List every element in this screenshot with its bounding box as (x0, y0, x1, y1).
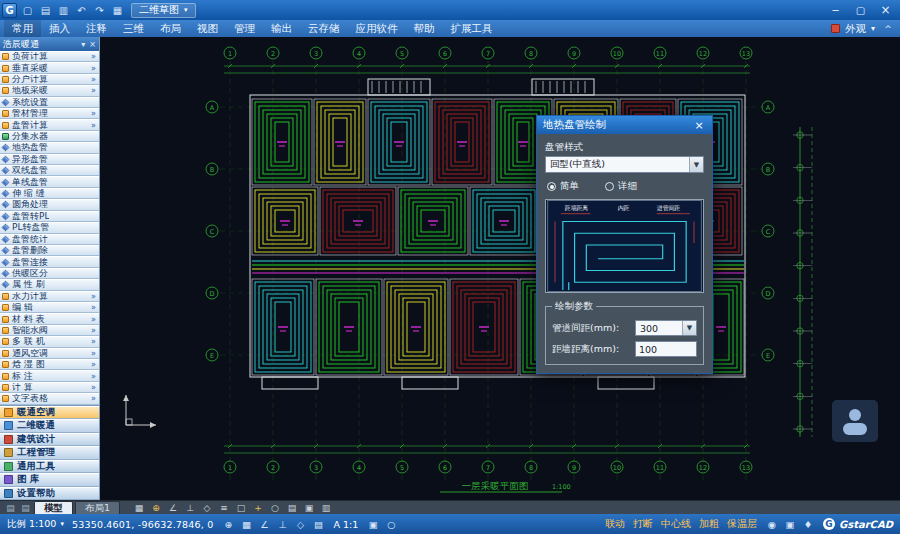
dialog-close-icon[interactable]: × (692, 119, 706, 132)
toggle-icon-4[interactable]: ◇ (200, 503, 214, 513)
sidebar-tab-暖通空调[interactable]: 暖通空调 (0, 406, 99, 420)
sidebar-item-文字表格[interactable]: 文字表格» (0, 393, 99, 404)
sidebar-item-多联机[interactable]: 多 联 机» (0, 336, 99, 347)
scale-indicator[interactable]: 比例 1:100 (7, 518, 56, 531)
status-right-icon-0[interactable]: ◉ (765, 519, 779, 530)
sidebar-item-伸缩缝[interactable]: 伸 缩 缝 (0, 188, 99, 199)
new-file-icon[interactable]: ▢ (20, 3, 35, 18)
tab-布局1[interactable]: 布局1 (75, 501, 120, 514)
sidebar-item-分集水器[interactable]: 分集水器 (0, 131, 99, 142)
menu-tab-视图[interactable]: 视图 (189, 20, 226, 37)
layout-nav-icon[interactable]: ▤ (19, 503, 32, 513)
sidebar-item-圆角处理[interactable]: 圆角处理 (0, 199, 99, 210)
menu-tab-应用软件[interactable]: 应用软件 (348, 20, 406, 37)
toggle-icon-11[interactable]: ▥ (319, 503, 333, 513)
sidebar-item-通风空调[interactable]: 通风空调» (0, 348, 99, 359)
maximize-button[interactable]: ▢ (848, 2, 873, 18)
sidebar-item-系统设置[interactable]: 系统设置 (0, 97, 99, 108)
sidebar-item-PL转盘管[interactable]: PL转盘管 (0, 222, 99, 233)
sidebar-item-负荷计算[interactable]: 负荷计算» (0, 51, 99, 62)
status-right-icon-1[interactable]: ▣ (783, 519, 797, 530)
menu-tab-常用[interactable]: 常用 (4, 20, 41, 37)
sidebar-tab-设置帮助[interactable]: 设置帮助 (0, 487, 99, 501)
menu-tab-输出[interactable]: 输出 (263, 20, 300, 37)
toggle-icon-10[interactable]: ▣ (302, 503, 316, 513)
toggle-icon-5[interactable]: ≡ (217, 503, 231, 513)
sidebar-item-编辑[interactable]: 编 辑» (0, 302, 99, 313)
workspace-dropdown[interactable]: 二维草图 ▾ (131, 3, 196, 18)
minimize-button[interactable]: ─ (823, 2, 848, 18)
layout-nav-icon[interactable]: ▤ (4, 503, 17, 513)
sidebar-item-水力计算[interactable]: 水力计算» (0, 291, 99, 302)
appearance-menu[interactable]: 外观 (845, 22, 866, 36)
coil-style-select[interactable]: 回型(中直线) ▼ (545, 156, 704, 173)
status-icon-b0[interactable]: ▣ (366, 519, 380, 530)
toggle-加粗[interactable]: 加粗 (699, 517, 719, 531)
open-file-icon[interactable]: ▤ (38, 3, 53, 18)
sidebar-item-计算[interactable]: 计 算» (0, 382, 99, 393)
dialog-titlebar[interactable]: 地热盘管绘制 × (537, 116, 712, 134)
toggle-icon-2[interactable]: ∠ (166, 503, 180, 513)
sidebar-item-属性刷[interactable]: 属 性 刷 (0, 279, 99, 290)
status-icon-3[interactable]: ⊥ (276, 519, 290, 530)
sidebar-item-焓湿图[interactable]: 焓 湿 图» (0, 359, 99, 370)
menu-tab-布局[interactable]: 布局 (152, 20, 189, 37)
toggle-保温层[interactable]: 保温层 (727, 517, 757, 531)
sidebar-item-盘管计算[interactable]: 盘管计算» (0, 119, 99, 130)
toggle-icon-8[interactable]: ○ (268, 503, 282, 513)
toggle-打断[interactable]: 打断 (633, 517, 653, 531)
palette-close-icon[interactable]: × (89, 40, 96, 49)
toggle-icon-0[interactable]: ▦ (132, 503, 146, 513)
status-icon-0[interactable]: ⊕ (222, 519, 236, 530)
menu-tab-插入[interactable]: 插入 (41, 20, 78, 37)
tab-模型[interactable]: 模型 (34, 501, 73, 514)
menu-tab-帮助[interactable]: 帮助 (406, 20, 443, 37)
palette-header[interactable]: 浩辰暖通 ▾ × (0, 37, 99, 51)
sidebar-item-盘管删除[interactable]: 盘管删除 (0, 245, 99, 256)
sidebar-item-双线盘管[interactable]: 双线盘管 (0, 165, 99, 176)
radio-简单[interactable]: 简单 (547, 180, 579, 193)
sidebar-item-材料表[interactable]: 材 料 表» (0, 313, 99, 324)
sidebar-item-地板采暖[interactable]: 地板采暖» (0, 85, 99, 96)
toggle-icon-6[interactable]: □ (234, 503, 248, 513)
toggle-中心线[interactable]: 中心线 (661, 517, 691, 531)
status-icon-2[interactable]: ∠ (258, 519, 272, 530)
toggle-icon-1[interactable]: ⊕ (149, 503, 163, 513)
sidebar-item-地热盘管[interactable]: 地热盘管 (0, 142, 99, 153)
toggle-联动[interactable]: 联动 (605, 517, 625, 531)
status-icon-5[interactable]: ▤ (312, 519, 326, 530)
app-logo-icon[interactable]: G (2, 3, 17, 18)
save-icon[interactable]: ▥ (56, 3, 71, 18)
toggle-icon-9[interactable]: ▤ (285, 503, 299, 513)
redo-icon[interactable]: ↷ (92, 3, 107, 18)
sidebar-item-垂直采暖[interactable]: 垂直采暖» (0, 62, 99, 73)
menu-tab-管理[interactable]: 管理 (226, 20, 263, 37)
sidebar-item-分户计算[interactable]: 分户计算» (0, 74, 99, 85)
sidebar-item-单线盘管[interactable]: 单线盘管 (0, 176, 99, 187)
sidebar-item-盘管统计[interactable]: 盘管统计 (0, 234, 99, 245)
menu-tab-注释[interactable]: 注释 (78, 20, 115, 37)
annotation-scale[interactable]: A 1:1 (334, 519, 359, 530)
sidebar-item-供暖区分[interactable]: 供暖区分 (0, 268, 99, 279)
sidebar-item-标注[interactable]: 标 注» (0, 370, 99, 381)
cad-canvas[interactable]: 1122334455667788991010111112121313AABBCC… (100, 37, 900, 500)
status-icon-4[interactable]: ◇ (294, 519, 308, 530)
sidebar-tab-建筑设计[interactable]: 建筑设计 (0, 433, 99, 447)
menu-tab-三维[interactable]: 三维 (115, 20, 152, 37)
sidebar-item-异形盘管[interactable]: 异形盘管 (0, 154, 99, 165)
sidebar-tab-二维暖通[interactable]: 二维暖通 (0, 419, 99, 433)
sidebar-tab-图库[interactable]: 图 库 (0, 473, 99, 487)
status-icon-b1[interactable]: ○ (384, 519, 398, 530)
sidebar-item-智能水阀[interactable]: 智能水阀» (0, 325, 99, 336)
status-right-icon-2[interactable]: ♦ (801, 519, 815, 530)
undo-icon[interactable]: ↶ (74, 3, 89, 18)
sidebar-tab-工程管理[interactable]: 工程管理 (0, 446, 99, 460)
plot-icon[interactable]: ▦ (110, 3, 125, 18)
close-button[interactable]: × (873, 2, 898, 18)
sidebar-item-盘管连接[interactable]: 盘管连接 (0, 256, 99, 267)
wall-distance-input[interactable] (635, 341, 697, 357)
toggle-icon-7[interactable]: + (251, 503, 265, 513)
pipe-spacing-select[interactable]: 300 ▼ (635, 320, 697, 336)
menu-tab-云存储[interactable]: 云存储 (300, 20, 348, 37)
radio-详细[interactable]: 详细 (605, 180, 637, 193)
